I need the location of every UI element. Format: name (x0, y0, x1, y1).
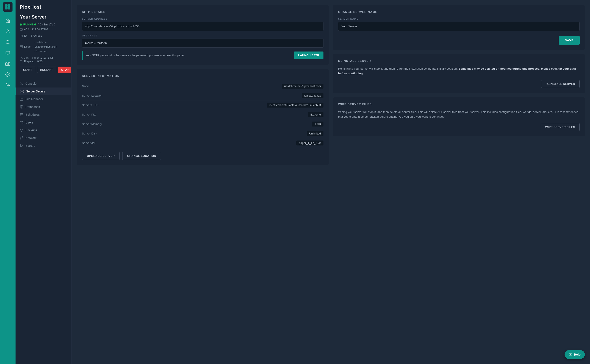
sftp-note: Your SFTP password is the same as the pa… (82, 51, 188, 60)
change-location-button[interactable]: CHANGE LOCATION (122, 152, 161, 160)
table-row: Server Plan Extreme (82, 110, 323, 119)
nav-logout-icon[interactable] (3, 81, 13, 90)
stop-button[interactable]: STOP (58, 67, 72, 73)
nav-user-icon[interactable] (3, 27, 13, 36)
console-label: Console (26, 82, 36, 85)
databases-label: Databases (26, 105, 40, 109)
nav-search-icon[interactable] (3, 38, 13, 47)
svg-point-30 (20, 106, 23, 106)
network-icon (20, 136, 23, 140)
nav-settings-icon[interactable] (3, 70, 13, 79)
nav-monitor-icon[interactable] (3, 48, 13, 58)
reinstall-card: REINSTALL SERVER Reinstalling your serve… (333, 54, 585, 93)
reinstall-server-button[interactable]: REINSTALL SERVER (541, 80, 580, 88)
startup-icon (20, 144, 23, 147)
server-info-table: Node us-dal-mc-ex59.ploxhost.com Server … (82, 81, 323, 148)
users-label: Users (26, 121, 33, 124)
status-dot (20, 24, 22, 26)
wipe-server-button[interactable]: WIPE SERVER FILES (541, 123, 580, 131)
table-row: Server Memory 1 GB (82, 119, 323, 129)
users-icon (20, 121, 23, 124)
nav-server-details[interactable]: Server Details (15, 87, 71, 95)
reinstall-title: REINSTALL SERVER (338, 59, 580, 63)
players-row: Players: 0/20 (20, 60, 67, 63)
startup-label: Startup (26, 144, 35, 147)
server-name-heading: Your Server (15, 14, 71, 22)
svg-rect-0 (5, 4, 7, 7)
change-name-title: CHANGE SERVER NAME (338, 10, 580, 13)
svg-rect-1 (8, 4, 10, 7)
uptime-text: ( (38, 23, 39, 26)
wipe-body: Wiping your server will stop it, and the… (338, 110, 580, 119)
svg-point-10 (7, 63, 8, 65)
status-text: RUNNING (23, 23, 36, 26)
nav-backups[interactable]: Backups (15, 126, 71, 134)
svg-point-5 (6, 40, 9, 44)
nav-databases[interactable]: Databases (15, 103, 71, 111)
file-manager-icon (20, 98, 23, 101)
brand-name: PloxHost (15, 4, 71, 14)
help-button[interactable]: Help (564, 350, 585, 359)
svg-rect-13 (20, 28, 23, 30)
save-name-button[interactable]: SAVE (559, 36, 580, 45)
file-manager-label: File Manager (26, 98, 43, 101)
nav-home-icon[interactable] (3, 16, 13, 26)
backups-icon (20, 129, 23, 132)
network-label: Network (26, 136, 36, 140)
svg-rect-31 (20, 114, 23, 116)
table-row: Server Jar paper_1_17_1.jar (82, 138, 323, 148)
server-controls: START RESTART STOP (15, 64, 71, 76)
table-row: Server Location Dallas, Texas (82, 91, 323, 100)
svg-point-35 (20, 121, 22, 122)
svg-rect-3 (8, 7, 10, 9)
server-status-row: RUNNING (0h 3m 17s) (15, 22, 71, 26)
svg-rect-19 (20, 46, 23, 47)
help-icon (569, 353, 572, 356)
server-details-label: Server Details (26, 90, 45, 93)
console-icon (20, 82, 23, 85)
reinstall-body: Reinstalling your server will stop it, a… (338, 66, 580, 76)
server-ip: 66.11.123.50:27809 (15, 26, 71, 33)
start-button[interactable]: START (20, 67, 35, 73)
backups-label: Backups (26, 129, 37, 132)
databases-icon (20, 105, 23, 109)
server-address-input[interactable] (82, 22, 323, 31)
sidebar: PloxHost Your Server RUNNING (0h 3m 17s)… (15, 0, 72, 364)
server-id: ID: 67c6fedb (15, 33, 71, 39)
nav-schedules[interactable]: Schedules (15, 111, 71, 118)
main-content: SFTP DETAILS SERVER ADDRESS USERNAME You… (72, 0, 590, 364)
launch-sftp-button[interactable]: LAUNCH SFTP (294, 52, 323, 59)
svg-line-6 (9, 43, 9, 44)
svg-point-4 (7, 30, 8, 31)
logo-icon[interactable] (3, 2, 13, 12)
svg-point-11 (7, 74, 8, 75)
wipe-card: WIPE SERVER FILES Wiping your server wil… (333, 98, 585, 136)
username-input[interactable] (82, 39, 323, 48)
sftp-card: SFTP DETAILS SERVER ADDRESS USERNAME You… (77, 5, 329, 65)
jar-row: Jar: paper_1_17_1.jar (20, 56, 67, 59)
server-name-field[interactable] (338, 22, 580, 31)
svg-rect-16 (20, 35, 23, 37)
nav-startup[interactable]: Startup (15, 142, 71, 150)
icon-bar (0, 0, 15, 364)
nav-camera-icon[interactable] (3, 59, 13, 69)
change-name-card: CHANGE SERVER NAME SERVER NAME SAVE (333, 5, 585, 50)
sftp-note-row: Your SFTP password is the same as the pa… (82, 51, 323, 60)
table-row: Server UUID 67c6fedb-ab06-4efc-a3b3-ddc1… (82, 100, 323, 110)
restart-button[interactable]: RESTART (37, 67, 56, 73)
table-row: Server Disk Unlimited (82, 129, 323, 138)
nav-network[interactable]: Network (15, 134, 71, 142)
svg-point-24 (20, 60, 22, 61)
upgrade-server-button[interactable]: UPGRADE SERVER (82, 152, 120, 160)
left-column: SFTP DETAILS SERVER ADDRESS USERNAME You… (77, 5, 329, 165)
right-column: CHANGE SERVER NAME SERVER NAME SAVE REIN… (333, 5, 585, 165)
nav-console[interactable]: Console (15, 80, 71, 87)
server-address-label: SERVER ADDRESS (82, 18, 323, 20)
nav-file-manager[interactable]: File Manager (15, 95, 71, 103)
help-label: Help (574, 353, 581, 356)
uptime-value: 0h 3m 17s (40, 23, 53, 26)
server-info-actions: UPGRADE SERVER CHANGE LOCATION (82, 152, 323, 160)
schedules-icon (20, 113, 23, 116)
nav-users[interactable]: Users (15, 118, 71, 126)
server-info-title: SERVER INFORMATION (82, 74, 323, 78)
